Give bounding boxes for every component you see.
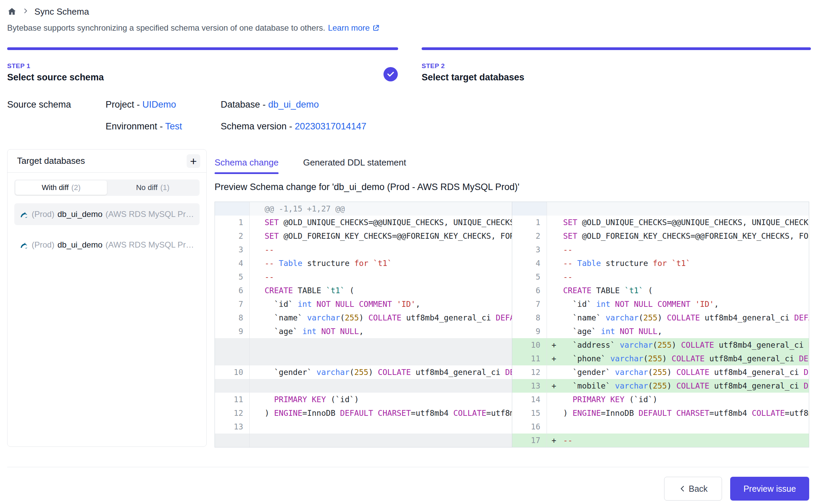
schema-diff-viewer[interactable]: @@ -1,15 +1,27 @@1SET @OLD_UNIQUE_CHECKS… (215, 202, 809, 447)
code-line (250, 338, 512, 352)
step1-title: Select source schema (7, 72, 104, 83)
schema-version-link[interactable]: 20230317014147 (295, 121, 366, 131)
diff-code-row: 7 `id` int NOT NULL COMMENT 'ID', (512, 297, 809, 311)
code-line: CREATE TABLE `t1` ( (561, 284, 809, 297)
code-line (250, 352, 512, 365)
diff-code-row: 9 `age` int NOT NULL, (215, 325, 512, 338)
add-target-database-button[interactable]: + (187, 154, 200, 168)
line-number (215, 202, 250, 216)
code-line: SET @OLD_FOREIGN_KEY_CHECKS=@@FOREIGN_KE… (250, 229, 512, 243)
line-number: 9 (215, 325, 250, 338)
code-line: SET @OLD_FOREIGN_KEY_CHECKS=@@FOREIGN_KE… (561, 229, 809, 243)
code-line (561, 202, 809, 216)
code-line: `name` varchar(255) COLLATE utf8mb4_gene… (561, 311, 809, 325)
tab-with-diff[interactable]: With diff (2) (15, 180, 107, 195)
preview-issue-label: Preview issue (743, 484, 796, 494)
diff-code-row: 8 `name` varchar(255) COLLATE utf8mb4_ge… (215, 311, 512, 325)
breadcrumb-chevron-icon (22, 7, 29, 16)
code-line: `id` int NOT NULL COMMENT 'ID', (561, 297, 809, 311)
code-line: PRIMARY KEY (`id`) (561, 393, 809, 406)
diff-code-row: 4-- Table structure for `t1` (215, 256, 512, 270)
diff-filler-row (215, 338, 512, 352)
database-list-item[interactable]: (Prod) db_ui_demo (AWS RDS MySQL Prod) (14, 234, 200, 256)
diff-filler-row (215, 352, 512, 365)
line-marker (547, 256, 561, 270)
with-diff-label: With diff (42, 183, 69, 192)
line-number: 3 (215, 243, 250, 256)
line-number: 5 (512, 270, 547, 284)
plus-icon: + (190, 155, 197, 167)
line-number: 15 (512, 406, 547, 420)
step1-progress-bar (7, 47, 398, 50)
step2-progress-bar (422, 47, 811, 50)
diff-hunk-header-row: @@ -1,15 +1,27 @@ (215, 202, 512, 216)
back-button[interactable]: Back (664, 477, 722, 501)
database-name: db_ui_demo (58, 240, 103, 250)
database-link[interactable]: db_ui_demo (268, 99, 319, 110)
learn-more-link[interactable]: Learn more (328, 23, 380, 33)
line-number (215, 352, 250, 365)
no-diff-label: No diff (136, 183, 157, 192)
line-number: 8 (512, 311, 547, 325)
project-link[interactable]: UIDemo (142, 99, 176, 110)
diff-code-row: 5-- (512, 270, 809, 284)
diff-right-pane: 1SET @OLD_UNIQUE_CHECKS=@@UNIQUE_CHECKS,… (512, 202, 809, 447)
diff-code-row: 2SET @OLD_FOREIGN_KEY_CHECKS=@@FOREIGN_K… (512, 229, 809, 243)
tab-no-diff[interactable]: No diff (1) (107, 180, 199, 195)
tab-schema-change[interactable]: Schema change (215, 157, 279, 174)
line-marker (547, 216, 561, 229)
diff-code-row: 1SET @OLD_UNIQUE_CHECKS=@@UNIQUE_CHECKS,… (215, 216, 512, 229)
line-marker (547, 393, 561, 406)
diff-added-row: 13+ `mobile` varchar(255) COLLATE utf8mb… (512, 379, 809, 393)
page-description: Bytebase supports synchronizing a specif… (7, 23, 380, 33)
diff-code-row: 12) ENGINE=InnoDB DEFAULT CHARSET=utf8mb… (215, 406, 512, 420)
line-number: 2 (215, 229, 250, 243)
line-number: 9 (512, 325, 547, 338)
database-name: db_ui_demo (58, 209, 103, 219)
line-number: 6 (512, 284, 547, 297)
source-environment-field: Environment - Test (106, 121, 182, 132)
diff-code-row: 7 `id` int NOT NULL COMMENT 'ID', (215, 297, 512, 311)
target-databases-panel: Target databases + With diff (2) No diff… (7, 149, 207, 447)
diff-code-row: 6CREATE TABLE `t1` ( (512, 284, 809, 297)
line-number (512, 202, 547, 216)
database-environment: (Prod) (32, 240, 54, 250)
database-list-item[interactable]: (Prod) db_ui_demo (AWS RDS MySQL Prod) (14, 203, 200, 225)
diff-code-row: 10 `gender` varchar(255) COLLATE utf8mb4… (215, 365, 512, 379)
line-number: 7 (512, 297, 547, 311)
line-marker (547, 243, 561, 256)
preview-title: Preview Schema change for 'db_ui_demo (P… (215, 182, 519, 192)
environment-link[interactable]: Test (165, 121, 182, 131)
description-text: Bytebase supports synchronizing a specif… (7, 23, 325, 33)
diff-code-row: 12 `gender` varchar(255) COLLATE utf8mb4… (512, 365, 809, 379)
code-line: @@ -1,15 +1,27 @@ (250, 202, 512, 216)
diff-code-row: 3-- (215, 243, 512, 256)
code-line: ) ENGINE=InnoDB DEFAULT CHARSET=utf8mb4 … (250, 406, 512, 420)
preview-issue-button[interactable]: Preview issue (730, 477, 809, 501)
line-number: 4 (512, 256, 547, 270)
code-line: `age` int NOT NULL, (561, 325, 809, 338)
code-line: -- (561, 270, 809, 284)
line-number: 4 (215, 256, 250, 270)
diff-added-row: 10+ `address` varchar(255) COLLATE utf8m… (512, 338, 809, 352)
step1-completed-check-icon (383, 67, 398, 81)
no-diff-count: (1) (160, 183, 170, 192)
chevron-left-icon (678, 485, 687, 493)
diff-code-row: 6CREATE TABLE `t1` ( (215, 284, 512, 297)
line-marker (547, 325, 561, 338)
diff-code-row: 15) ENGINE=InnoDB DEFAULT CHARSET=utf8mb… (512, 406, 809, 420)
added-line-marker: + (547, 352, 561, 365)
code-line: `gender` varchar(255) COLLATE utf8mb4_ge… (250, 365, 512, 379)
diff-filter-tabs: With diff (2) No diff (1) (14, 179, 200, 196)
code-line (250, 379, 512, 393)
code-line (561, 420, 809, 434)
code-line: CREATE TABLE `t1` ( (250, 284, 512, 297)
source-database-field: Database - db_ui_demo (221, 99, 319, 110)
line-number: 8 (215, 311, 250, 325)
line-number: 11 (215, 393, 250, 406)
tab-generated-ddl[interactable]: Generated DDL statement (303, 157, 406, 174)
home-icon[interactable] (7, 7, 17, 16)
diff-left-pane: @@ -1,15 +1,27 @@1SET @OLD_UNIQUE_CHECKS… (215, 202, 512, 447)
with-diff-count: (2) (72, 183, 81, 192)
code-line: `name` varchar(255) COLLATE utf8mb4_gene… (250, 311, 512, 325)
